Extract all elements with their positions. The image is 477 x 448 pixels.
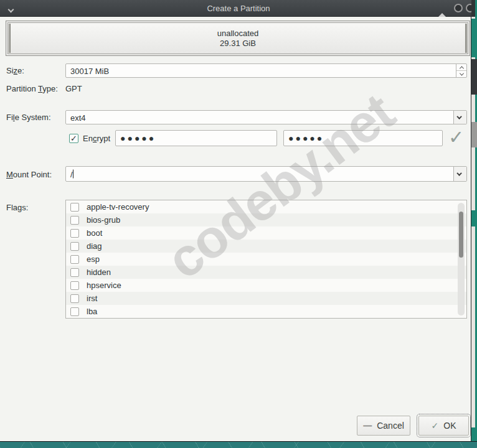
flag-label: bios-grub xyxy=(87,215,120,225)
flags-label: Flags: xyxy=(6,203,28,212)
flag-checkbox[interactable] xyxy=(70,255,79,264)
partition-preview[interactable]: unallocated 29.31 GiB xyxy=(7,22,468,54)
caret-up-icon xyxy=(459,66,463,70)
file-system-combobox[interactable]: ext4 xyxy=(65,110,467,124)
size-label: Size: xyxy=(6,66,24,75)
flag-row[interactable]: apple-tv-recovery xyxy=(66,200,466,213)
partition-label: unallocated xyxy=(217,29,259,39)
flag-checkbox[interactable] xyxy=(70,242,79,251)
confirm-passphrase-input[interactable]: ●●●●● xyxy=(283,130,443,146)
text-cursor xyxy=(73,169,73,178)
flag-row[interactable]: hidden xyxy=(66,266,466,279)
background-window-edge xyxy=(471,17,477,441)
confirm-passphrase-dots: ●●●●● xyxy=(288,133,324,143)
window-title: Create a Partition xyxy=(207,4,270,13)
size-spinbox[interactable]: 30017 MiB xyxy=(65,63,467,78)
minimize-button[interactable] xyxy=(454,4,463,12)
minus-icon: — xyxy=(363,421,372,431)
partition-preview-frame: unallocated 29.31 GiB xyxy=(6,21,470,56)
chevron-down-icon xyxy=(456,170,461,175)
dialog-body: unallocated 29.31 GiB Size: 30017 MiB Pa… xyxy=(0,17,471,442)
flag-label: diag xyxy=(87,241,102,251)
flag-label: hidden xyxy=(87,268,111,277)
check-icon: ✓ xyxy=(432,421,439,431)
cancel-button[interactable]: — Cancel xyxy=(357,416,410,436)
resize-handle-right[interactable] xyxy=(465,24,467,53)
spin-down-button[interactable] xyxy=(456,70,466,77)
flag-checkbox[interactable] xyxy=(70,268,79,277)
ok-button-label: OK xyxy=(443,421,456,431)
flags-scrollbar[interactable] xyxy=(458,203,465,315)
flag-row[interactable]: hpservice xyxy=(66,279,466,292)
flag-label: hpservice xyxy=(87,281,121,290)
flag-checkbox[interactable] xyxy=(70,216,79,225)
file-system-label: File System: xyxy=(6,113,51,122)
eject-icon xyxy=(438,4,446,17)
flag-label: boot xyxy=(87,228,102,238)
passphrase-input[interactable]: ●●●●● xyxy=(115,130,277,146)
flag-checkbox[interactable] xyxy=(70,203,79,212)
flag-row[interactable]: boot xyxy=(66,226,466,240)
spin-up-button[interactable] xyxy=(456,64,466,70)
flag-row[interactable]: bios-grub xyxy=(66,213,466,226)
flag-checkbox[interactable] xyxy=(70,281,79,290)
ok-button[interactable]: ✓ OK xyxy=(418,416,469,436)
flag-checkbox[interactable] xyxy=(70,229,79,238)
passphrase-dots: ●●●●● xyxy=(120,133,156,143)
encrypt-label: Encrypt xyxy=(83,134,110,143)
flag-row[interactable]: esp xyxy=(66,253,466,266)
flag-checkbox[interactable] xyxy=(70,307,79,316)
flag-label: esp xyxy=(87,254,100,264)
resize-handle-left[interactable] xyxy=(9,24,11,53)
flag-row[interactable]: diag xyxy=(66,240,466,253)
mount-point-combobox[interactable]: / xyxy=(65,166,467,182)
chevron-down-icon xyxy=(8,7,14,13)
create-partition-dialog: Create a Partition unallocated 29.31 GiB… xyxy=(0,0,477,448)
passphrase-valid-icon: ✓ xyxy=(448,126,464,148)
caret-down-icon xyxy=(459,71,463,75)
desktop-background xyxy=(0,441,477,448)
partition-type-label: Partition Type: xyxy=(6,84,58,93)
file-system-value: ext4 xyxy=(70,113,86,122)
check-icon: ✓ xyxy=(70,134,77,143)
shade-window-button[interactable] xyxy=(9,4,13,14)
flag-label: apple-tv-recovery xyxy=(87,202,149,212)
flag-checkbox[interactable] xyxy=(70,294,79,303)
partition-type-value: GPT xyxy=(65,84,82,93)
flags-scrollbar-thumb[interactable] xyxy=(459,212,463,258)
partition-size: 29.31 GiB xyxy=(220,39,256,49)
cancel-button-label: Cancel xyxy=(377,421,404,431)
mount-point-label: Mount Point: xyxy=(6,170,52,179)
size-value: 30017 MiB xyxy=(70,66,109,75)
flag-label: irst xyxy=(87,294,97,303)
maximize-button[interactable] xyxy=(438,4,447,12)
titlebar[interactable]: Create a Partition xyxy=(0,0,477,17)
background-window-edge-top xyxy=(471,0,477,17)
chevron-down-icon xyxy=(456,114,461,119)
flag-label: lba xyxy=(87,307,97,316)
flags-list[interactable]: apple-tv-recoverybios-grubbootdiagesphid… xyxy=(65,200,467,319)
flag-row[interactable]: lba xyxy=(66,305,466,318)
mount-point-dropdown-button[interactable] xyxy=(453,167,466,181)
encrypt-checkbox[interactable]: ✓ xyxy=(69,134,78,143)
flag-row[interactable]: irst xyxy=(66,292,466,305)
file-system-dropdown-button[interactable] xyxy=(453,111,466,124)
